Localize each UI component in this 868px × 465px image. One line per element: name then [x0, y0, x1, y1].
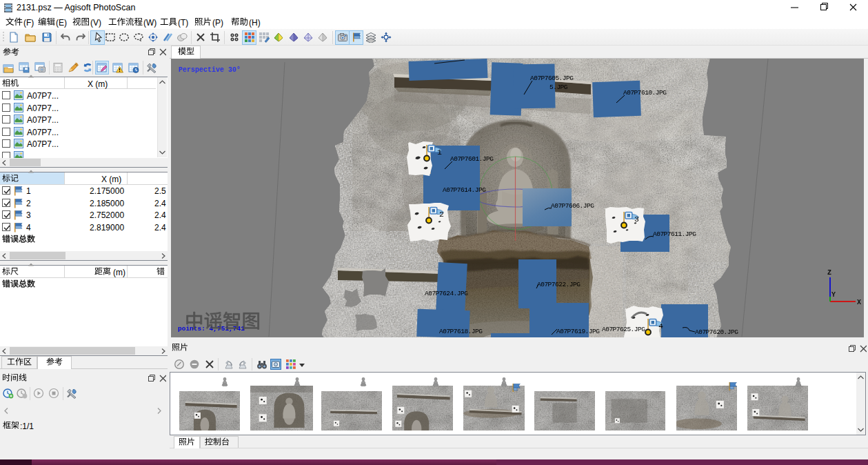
svg-text:A07P7611.JPG: A07P7611.JPG	[653, 230, 696, 238]
svg-text:A07P7601.JPG: A07P7601.JPG	[450, 155, 494, 163]
svg-text:Y: Y	[831, 291, 836, 299]
svg-text:3: 3	[634, 215, 639, 224]
svg-text:5.JPG: 5.JPG	[549, 83, 568, 91]
svg-text:A07P7622.JPG: A07P7622.JPG	[537, 281, 581, 288]
svg-text:Z: Z	[827, 269, 831, 277]
svg-text:1: 1	[437, 148, 442, 157]
svg-text:A07P7619.JPG: A07P7619.JPG	[556, 328, 600, 335]
svg-text:X: X	[857, 299, 861, 306]
svg-text:Perspective 30°: Perspective 30°	[179, 66, 241, 74]
svg-text:A07P7618.JPG: A07P7618.JPG	[439, 328, 483, 335]
svg-text:A07P7610.JPG: A07P7610.JPG	[623, 89, 667, 97]
svg-text:A07P7605.JPG: A07P7605.JPG	[530, 75, 574, 82]
svg-text:A07P7606.JPG: A07P7606.JPG	[551, 202, 594, 210]
svg-text:A07P7625.JPG: A07P7625.JPG	[602, 326, 645, 333]
svg-text:A07P7624.JPG: A07P7624.JPG	[425, 290, 468, 297]
svg-text:4: 4	[658, 321, 663, 330]
svg-text:2: 2	[439, 210, 444, 219]
svg-text:A07P7620.JPG: A07P7620.JPG	[695, 328, 738, 336]
svg-text:A07P7614.JPG: A07P7614.JPG	[443, 186, 486, 194]
